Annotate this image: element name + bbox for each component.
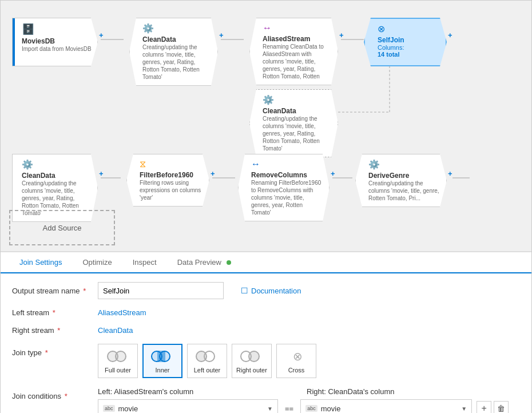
conditions-left-header: Left: AliasedStream's column	[98, 387, 278, 396]
left-type-badge: abc	[103, 405, 115, 412]
join-conditions-label: Join conditions *	[12, 387, 98, 400]
venn-left-outer	[196, 348, 219, 364]
condition-row-1: abc movie ▼ == abc movie ▼	[98, 399, 509, 413]
node-title: MoviesDB	[22, 37, 92, 45]
node-title: CleanData	[263, 107, 332, 115]
join-type-buttons: Full outer Inner	[98, 344, 316, 378]
node-derive-genre[interactable]: ⚙️ DeriveGenre Creating/updating the col…	[355, 154, 447, 207]
node-desc: Renaming FilterBefore1960 to RemoveColum…	[251, 179, 323, 216]
right-select-chevron: ▼	[461, 406, 467, 412]
node-clean-data-1[interactable]: ⚙️ CleanData Creating/updating the colum…	[129, 18, 218, 86]
condition-left-select[interactable]: abc movie ▼	[98, 399, 278, 413]
plus-btn-8[interactable]: +	[448, 169, 452, 178]
node-desc: Creating/updating the columns 'movie, ti…	[263, 115, 332, 152]
right-type-badge: abc	[305, 405, 317, 412]
tab-inspect[interactable]: Inspect	[122, 252, 167, 273]
conditions-headers: Left: AliasedStream's column Right: Clea…	[98, 387, 509, 396]
delete-condition-btn[interactable]: 🗑	[494, 401, 509, 413]
join-btn-full-outer-label: Full outer	[105, 367, 131, 374]
join-btn-inner-label: Inner	[155, 367, 169, 374]
node-desc: Import data from MoviesDB	[22, 45, 92, 53]
venn-cross: ⊗	[285, 348, 308, 364]
tab-optimize[interactable]: Optimize	[72, 252, 122, 273]
node-title: SelfJoin	[378, 36, 440, 44]
join-btn-full-outer[interactable]: Full outer	[98, 344, 138, 378]
node-desc: Renaming CleanData to AliasedStream with…	[263, 43, 332, 80]
venn-inner	[151, 348, 174, 364]
venn-right-outer	[240, 348, 263, 364]
add-source-label: Add Source	[43, 224, 82, 232]
right-stream-value[interactable]: CleanData	[98, 326, 133, 335]
node-clean-data-2[interactable]: ⚙️ CleanData Creating/updating the colum…	[249, 89, 338, 157]
condition-operator: ==	[283, 404, 296, 413]
join-btn-left-outer-label: Left outer	[194, 367, 220, 374]
node-movies-db[interactable]: 🗄️ MoviesDB Import data from MoviesDB	[12, 18, 98, 66]
settings-panel: Output stream name * ☐ Documentation Lef…	[1, 273, 531, 413]
bottom-panel: Join Settings Optimize Inspect Data Prev…	[1, 252, 531, 413]
node-aliased-stream[interactable]: ↔ AliasedStream Renaming CleanData to Al…	[249, 18, 338, 85]
node-title: CleanData	[22, 172, 92, 180]
plus-btn-4[interactable]: +	[448, 31, 452, 39]
tab-bar: Join Settings Optimize Inspect Data Prev…	[1, 252, 531, 273]
left-stream-label: Left stream *	[12, 308, 98, 317]
node-desc: Creating/updating the columns 'movie, ti…	[368, 180, 440, 202]
condition-action-buttons: + 🗑	[477, 401, 509, 413]
node-title: AliasedStream	[263, 35, 332, 43]
join-type-label: Join type *	[12, 344, 98, 357]
plus-btn-5[interactable]: +	[99, 169, 104, 178]
documentation-link[interactable]: ☐ Documentation	[241, 286, 301, 295]
node-remove-columns[interactable]: ↔ RemoveColumns Renaming FilterBefore196…	[238, 154, 329, 221]
venn-full-outer	[107, 348, 129, 364]
node-desc: Columns:14 total	[378, 44, 440, 58]
condition-right-value: movie	[321, 404, 341, 413]
condition-right-select[interactable]: abc movie ▼	[300, 399, 472, 413]
right-stream-row: Right stream * CleanData	[12, 326, 520, 335]
join-conditions-row: Join conditions * Left: AliasedStream's …	[12, 387, 520, 413]
output-stream-input[interactable]	[98, 282, 224, 299]
node-desc: Filtering rows using expressions on colu…	[140, 179, 203, 201]
doc-icon: ☐	[241, 286, 248, 295]
join-btn-right-outer-label: Right outer	[236, 367, 267, 374]
join-btn-left-outer[interactable]: Left outer	[187, 344, 227, 378]
conditions-container: Left: AliasedStream's column Right: Clea…	[98, 387, 509, 413]
left-stream-row: Left stream * AliasedStream	[12, 308, 520, 317]
node-title: DeriveGenre	[368, 172, 440, 180]
join-btn-cross[interactable]: ⊗ Cross	[276, 344, 316, 378]
join-btn-right-outer[interactable]: Right outer	[232, 344, 272, 378]
plus-btn-1[interactable]: +	[99, 31, 104, 39]
plus-btn-7[interactable]: +	[331, 169, 335, 178]
add-condition-btn[interactable]: +	[477, 401, 491, 413]
plus-btn-3[interactable]: +	[339, 31, 344, 39]
join-btn-inner[interactable]: Inner	[142, 344, 182, 378]
left-select-chevron: ▼	[267, 406, 273, 412]
join-type-row: Join type * Full outer	[12, 344, 520, 378]
node-filter-before[interactable]: ⧖ FilterBefore1960 Filtering rows using …	[126, 154, 209, 206]
add-source-box[interactable]: Add Source	[9, 210, 115, 245]
node-title: FilterBefore1960	[140, 171, 203, 179]
plus-btn-6[interactable]: +	[211, 169, 215, 178]
plus-btn-2[interactable]: +	[219, 31, 224, 39]
canvas-area: 🗄️ MoviesDB Import data from MoviesDB + …	[1, 1, 531, 252]
data-preview-dot	[227, 260, 231, 265]
conditions-right-header: Right: CleanData's column	[307, 387, 478, 396]
condition-left-value: movie	[118, 404, 138, 413]
right-stream-label: Right stream *	[12, 326, 98, 335]
tab-join-settings[interactable]: Join Settings	[9, 252, 72, 273]
join-btn-cross-label: Cross	[288, 367, 305, 374]
output-stream-label: Output stream name *	[12, 287, 98, 295]
node-title: CleanData	[142, 35, 212, 43]
tab-data-preview[interactable]: Data Preview	[167, 252, 241, 273]
node-self-join[interactable]: ⊗ SelfJoin Columns:14 total	[364, 18, 447, 66]
left-stream-value[interactable]: AliasedStream	[98, 308, 146, 317]
node-title: RemoveColumns	[251, 171, 323, 179]
output-stream-row: Output stream name * ☐ Documentation	[12, 282, 520, 299]
node-desc: Creating/updating the columns 'movie, ti…	[142, 43, 212, 81]
